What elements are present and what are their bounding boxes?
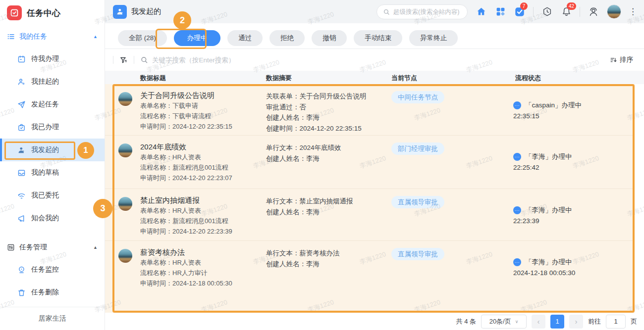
- row-title-block: 禁止室内抽烟通报 表单名称：HR人资表 流程名称：新流程消息001流程 申请时间…: [140, 195, 232, 236]
- summary-line: 创建人姓名：李海: [266, 112, 367, 123]
- clock-icon[interactable]: [541, 6, 553, 18]
- sidebar-item-cc-to-me[interactable]: 知会我的: [0, 207, 105, 230]
- user-icon: [17, 146, 26, 154]
- page-size-select[interactable]: 20条/页 ∨: [481, 315, 527, 329]
- current-page-button[interactable]: 1: [550, 315, 564, 329]
- global-search-input[interactable]: [393, 8, 463, 15]
- sidebar-item-label: 任务删除: [31, 288, 59, 297]
- sidebar-item-initiated-by-me[interactable]: 我发起的: [0, 139, 105, 161]
- status-text: 「李海」办理中: [525, 258, 572, 267]
- sidebar-item-delegated[interactable]: 我已委托: [0, 184, 105, 207]
- page-size-value: 20条/页: [489, 317, 511, 326]
- summary-line: 单行文本：薪资考核办法: [266, 248, 340, 259]
- sidebar: 任务中心 我的任务 ▲ 待我办理 我挂起的 发起任务: [0, 0, 105, 330]
- table-row[interactable]: 薪资考核办法 表单名称：HR人资表 流程名称：HR人力审计 申请时间：2024-…: [105, 241, 635, 290]
- funnel-icon[interactable]: [119, 56, 128, 64]
- column-header-summary: 数据摘要: [266, 74, 292, 83]
- filter-tab-manual-end[interactable]: 手动结束: [354, 30, 402, 46]
- row-current-node: 部门经理审批: [391, 142, 444, 155]
- filter-tab-rejected[interactable]: 拒绝: [269, 30, 305, 46]
- row-detail: 表单名称：HR人资表: [140, 257, 232, 268]
- row-title[interactable]: 关于合同升级公告说明: [140, 90, 232, 100]
- sidebar-item-label: 我发起的: [31, 145, 59, 154]
- row-title[interactable]: 2024年底绩效: [140, 141, 232, 152]
- home-icon[interactable]: [475, 6, 487, 18]
- sliders-icon: [7, 243, 15, 251]
- sort-button[interactable]: 排序: [610, 55, 633, 64]
- filter-tab-abnormal-end[interactable]: 异常终止: [409, 30, 458, 46]
- filter-tab-processing[interactable]: 办理中: [174, 30, 221, 46]
- filter-tab-approved[interactable]: 通过: [227, 30, 263, 46]
- row-status: ...「李海」办理中 22:25:42: [513, 152, 572, 171]
- sidebar-section-label: 任务管理: [19, 243, 47, 252]
- goto-page-input[interactable]: [606, 315, 626, 329]
- row-detail: 流程名称：新流程消息001流程: [140, 216, 232, 226]
- collapse-arrow-icon[interactable]: ▲: [93, 245, 98, 250]
- filter-tab-withdrawn[interactable]: 撤销: [312, 30, 347, 46]
- row-detail: 申请时间：2024-12-20 22:35:15: [140, 121, 232, 132]
- global-search[interactable]: [376, 4, 468, 19]
- collapse-arrow-icon[interactable]: ▲: [93, 34, 98, 39]
- sidebar-item-start-task[interactable]: 发起任务: [0, 93, 105, 116]
- row-current-node: 直属领导审批: [391, 196, 444, 208]
- keyword-search-input[interactable]: [152, 56, 311, 64]
- row-current-node: 直属领导审批: [391, 248, 444, 260]
- support-icon[interactable]: [588, 6, 599, 18]
- table-row[interactable]: 禁止室内抽烟通报 表单名称：HR人资表 流程名称：新流程消息001流程 申请时间…: [105, 189, 635, 241]
- filter-tab-all[interactable]: 全部 (28): [118, 30, 167, 46]
- sidebar-section-task-management[interactable]: 任务管理 ▲: [0, 236, 105, 258]
- sidebar-item-label: 我的草稿: [31, 168, 59, 177]
- sidebar-footer-home-life[interactable]: 居家生活: [0, 307, 105, 330]
- todo-check-icon[interactable]: 7: [514, 6, 526, 18]
- content-panel: 全部 (28) 办理中 通过 拒绝 撤销 手动结束 异常终止: [105, 23, 644, 330]
- table-row[interactable]: 2024年底绩效 表单名称：HR人资表 流程名称：新流程消息001流程 申请时间…: [105, 136, 635, 189]
- row-summary: 单行文本：薪资考核办法 创建人姓名：李海: [266, 248, 340, 269]
- user-pause-icon: [17, 78, 26, 86]
- row-summary: 关联表单：关于合同升级公告说明 审批通过：否 创建人姓名：李海 创建时间：202…: [266, 91, 367, 134]
- table-header: 数据标题 数据摘要 当前节点 流程状态: [105, 71, 644, 84]
- row-title[interactable]: 禁止室内抽烟通报: [140, 195, 232, 205]
- table-row[interactable]: 关于合同升级公告说明 表单名称：下载申请 流程名称：下载申请流程 申请时间：20…: [105, 84, 635, 136]
- goto-label: 前往: [588, 317, 601, 326]
- summary-line: 单行文本：禁止室内抽烟通报: [266, 196, 353, 207]
- sidebar-section-my-tasks[interactable]: 我的任务 ▲: [0, 26, 105, 47]
- sidebar-item-done[interactable]: 我已办理: [0, 116, 105, 139]
- prev-page-button[interactable]: ‹: [532, 315, 545, 329]
- sidebar-section-label: 我的任务: [19, 32, 47, 41]
- sidebar-item-label: 任务监控: [31, 265, 59, 274]
- sidebar-item-drafts[interactable]: 我的草稿: [0, 161, 105, 184]
- row-detail: 申请时间：2024-12-20 22:23:07: [140, 173, 232, 183]
- toolbar-divider: [134, 56, 134, 64]
- send-icon: [17, 100, 26, 109]
- node-pill: 直属领导审批: [391, 248, 444, 260]
- menu-list-icon: [7, 33, 15, 41]
- status-processing-icon: ...: [513, 101, 521, 109]
- keyword-search[interactable]: [140, 56, 604, 64]
- status-processing-icon: ...: [513, 258, 521, 266]
- megaphone-icon: [17, 214, 26, 223]
- app-logo: 任务中心: [0, 0, 105, 26]
- status-time: 22:23:39: [513, 217, 572, 225]
- sidebar-item-task-monitor[interactable]: 任务监控: [0, 258, 105, 281]
- todo-badge: 7: [520, 2, 528, 10]
- summary-line: 创建人姓名：李海: [266, 259, 340, 270]
- next-page-button[interactable]: ›: [569, 315, 583, 329]
- row-title[interactable]: 薪资考核办法: [140, 247, 232, 257]
- apps-grid-icon[interactable]: [494, 6, 506, 18]
- sidebar-item-todo[interactable]: 待我办理: [0, 47, 105, 70]
- toolbar-divider: [113, 56, 113, 64]
- delegate-icon: [17, 191, 26, 200]
- summary-line: 创建人姓名：李海: [266, 153, 341, 164]
- row-summary: 单行文本：2024年底绩效 创建人姓名：李海: [266, 142, 341, 164]
- kebab-menu-icon[interactable]: ⋮: [629, 7, 637, 16]
- bell-icon[interactable]: 42: [560, 6, 572, 18]
- sidebar-item-suspended[interactable]: 我挂起的: [0, 70, 105, 93]
- topbar-divider: [533, 7, 534, 17]
- sidebar-item-task-delete[interactable]: 任务删除: [0, 281, 105, 304]
- user-avatar[interactable]: [607, 4, 621, 19]
- page-title: 我发起的: [131, 7, 161, 16]
- task-center-app: 任务中心 我的任务 ▲ 待我办理 我挂起的 发起任务: [0, 0, 644, 330]
- summary-line: 创建人姓名：李海: [266, 207, 353, 218]
- row-detail: 申请时间：2024-12-18 00:05:30: [140, 278, 232, 288]
- row-detail: 表单名称：下载申请: [140, 100, 232, 111]
